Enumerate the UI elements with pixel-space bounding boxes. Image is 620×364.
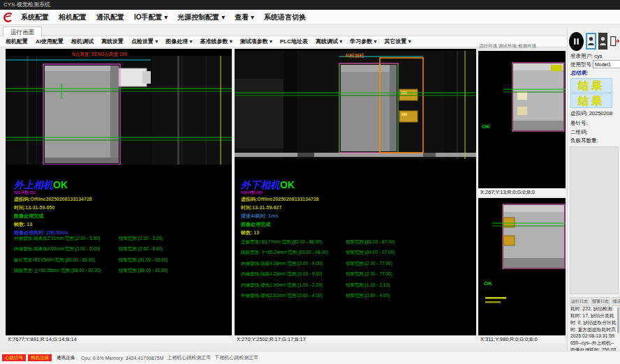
toolbar-button[interactable]: 学习参数 ▾ (350, 38, 376, 45)
camera-view-bottom-right[interactable]: OK X:311;Y:980;R:0;G:0;B:0 (478, 198, 566, 343)
menu-item[interactable]: 相机配置 (59, 13, 87, 22)
status-chips: 心跳信号相机连接通讯连接 (2, 354, 78, 361)
measurement-row: 极片宽度=83.05mm 范围:(80.00 - 86.00) 报警范围:(81… (14, 257, 229, 268)
measurement-alarm-range: 报警范围:(0.00 - 8.00) (119, 246, 163, 252)
logout-button[interactable] (610, 33, 619, 50)
measurement-alarm-range: 报警范围:(83.00 - 87.00) (346, 239, 394, 245)
menu-item[interactable]: IO手配置 ▾ (134, 13, 168, 22)
engineer-mode-button[interactable] (598, 33, 607, 50)
toolbar-button[interactable]: 测试项参数 ▾ (240, 38, 272, 45)
camera-middle-status: 图像处理完成 (241, 221, 270, 228)
pause-icon (572, 37, 581, 46)
model-input[interactable] (593, 60, 620, 68)
user-gear-icon (599, 36, 607, 46)
measurement-value: 内侧壁线-壁线1.90mm 范围:(1.00 - 2.20) (241, 282, 323, 289)
tab-run-screen[interactable]: 运行画面 (3, 26, 42, 37)
virtual-code-value: 20250208 (589, 110, 612, 116)
menu-item[interactable]: 系统语言切换 (264, 13, 306, 22)
title-bar: CYS-视觉检测系统 (0, 0, 620, 10)
toolbar-items: 相机配置AI使用配置相机调试离线设置点检设置 ▾图像处理 ▾基准线参数 ▾测试项… (6, 38, 411, 45)
measurement-row: 内侧壁线-隔离线4.60mm 范围:(3.00 - 6.00) 报警范围:(0.… (14, 246, 229, 257)
menu-item[interactable]: 查看 ▾ (235, 13, 254, 22)
result-box-1: 结果 (570, 78, 612, 93)
camera-view-top-right[interactable]: OK X:267;Y:13;R:0;G:0;B:0 (478, 51, 566, 196)
camera-bottom-right-ok: OK (484, 280, 492, 287)
camera-left-time: 时间:13-31-59-650 (14, 204, 54, 211)
camera-left-status: 图像处理完成 (14, 213, 43, 220)
model-label: 使用型号: (570, 61, 593, 68)
toolbar-button[interactable]: 相机调试 (71, 38, 94, 45)
menu-items: 系统配置相机配置通讯配置IO手配置 ▾光源控制配置 ▾查看 ▾系统语言切换 (21, 13, 306, 22)
measurement-alarm-range: 报警范围:(0.60 - 4.00) (346, 293, 390, 299)
app-logo-icon (3, 12, 14, 23)
measurement-row: 内侧壁线-隔膜4.28mm 范围:(0.00 - 9.00) 报警范围:(2.0… (241, 271, 471, 282)
measurement-row: 外侧壁线-壁线2.61mm 范围:(0.60 - 4.00) 报警范围:(0.6… (241, 293, 471, 303)
camera-image-left[interactable]: N点灰度: 93.NG点灰度:100. (6, 56, 232, 165)
camera-image-middle[interactable]: AI检测框 (235, 51, 476, 159)
ai-box-label: AI检测框 (345, 52, 364, 59)
measurement-alarm-range: 报警范围:(1.10 - 2.10) (346, 282, 390, 289)
camera-left-frame: 帧数: 13 (14, 221, 32, 228)
measurement-value: 内侧壁线-隔膜4.38mm 范围:(0.00 - 9.00) (241, 261, 323, 267)
toolbar-button[interactable]: 离线调试 ▾ (316, 38, 342, 45)
menu-item[interactable]: 系统配置 (21, 13, 49, 22)
measurement-row: 隔膜宽度-上=90.56mm 范围:(88.00 - 92.00) 报警范围:(… (14, 268, 229, 278)
log-scrollbar[interactable] (617, 307, 619, 333)
toolbar-button[interactable]: 基准线参数 ▾ (200, 38, 232, 45)
exit-door-icon (610, 36, 619, 47)
ng-overlay-text: N点灰度: 93.NG点灰度:100. (72, 52, 128, 58)
measurement-alarm-range: 报警范围:(89.00 - 91.00) (119, 268, 168, 274)
camera-middle-measurements: 正极宽度=83.77mm 范围:(82.00 - 88.00) 报警范围:(83… (241, 239, 471, 303)
measurement-value: 外侧壁线-壁线2.61mm 范围:(0.60 - 4.00) (241, 293, 323, 299)
menu-item[interactable]: 光源控制配置 ▾ (177, 13, 225, 22)
toolbar-button[interactable]: AI使用配置 (36, 38, 64, 45)
measurement-value: 内侧壁线-隔离线4.60mm 范围:(3.00 - 6.00) (14, 246, 100, 252)
toolbar-button[interactable]: 其它设置 ▾ (385, 38, 411, 45)
measurement-row: 内侧壁线-隔膜4.38mm 范围:(0.00 - 9.00) 报警范围:(2.0… (241, 261, 471, 271)
measurement-row: 外侧壁线-隔离线2.91mm 范围:(2.00 - 3.50) 报警范围:(2.… (14, 236, 229, 246)
user-icon (587, 36, 595, 46)
virtual-code-label: 虚拟码: (570, 110, 588, 116)
measurement-row: 内侧壁线-壁线1.90mm 范围:(1.00 - 2.20) 报警范围:(1.1… (241, 282, 471, 293)
measurement-alarm-range: 报警范围:(2.00 - 77.00) (346, 271, 392, 278)
operator-mode-button[interactable] (586, 33, 596, 50)
lower-camera-heartbeat: 下相机心跳检测正常 (214, 354, 258, 361)
toolbar-button[interactable]: 图像处理 ▾ (165, 38, 192, 45)
camera-middle-barcode: 虚拟码:Offline20250208133134728 (241, 196, 319, 203)
pixel-coords-top-right: X:267;Y:13;R:0;G:0;B:0 (478, 188, 566, 196)
pixel-coords-bottom-right: X:311;Y:980;R:0;G:0;B:0 (478, 335, 566, 343)
camera-middle-frame: 帧数: 13 (241, 229, 259, 236)
status-chip: 通讯连接 (54, 354, 78, 361)
login-user-value: cys (594, 53, 602, 59)
measurement-row: 正极宽度=83.77mm 范围:(82.00 - 88.00) 报警范围:(83… (241, 239, 471, 250)
toolbar-button[interactable]: PLC地址表 (280, 38, 308, 45)
toolbar-button[interactable]: 相机配置 (6, 38, 28, 45)
upper-camera-heartbeat: 上相机心跳检测正常 (167, 354, 211, 361)
measurement-alarm-range: 报警范围:(2.00 - 77.00) (346, 261, 392, 267)
measurement-value: 外侧壁线-隔离线2.91mm 范围:(2.00 - 3.50) (14, 236, 100, 242)
camera-view-middle[interactable]: AI检测框 外下相机OK NG计数:0|0 虚拟码:Offline2025020… (235, 49, 476, 343)
camera-middle-time: 时间:13-31-59-627 (241, 204, 281, 211)
control-sidebar: 登录用户: cys 使用型号: 总结果: 结果 结果 虚拟码: 20250208… (567, 28, 620, 351)
cpu-memory-status: Cpu: 0.0% Memory: 3424.41796875M (81, 356, 163, 361)
pixel-coords-middle: X:270;Y:2502;R:17;G:17;B:17 (235, 335, 476, 343)
result-list-box[interactable] (570, 146, 619, 294)
negative-tab-count-label: 负极耳数量: (570, 137, 619, 144)
toolbar-button[interactable]: 离线设置 (101, 38, 124, 45)
menu-bar: 系统配置相机配置通讯配置IO手配置 ▾光源控制配置 ▾查看 ▾系统语言切换 (0, 10, 620, 25)
camera-view-left[interactable]: N点灰度: 93.NG点灰度:100. 外上相机OK NG计数:0|1 虚拟码:… (6, 49, 232, 343)
camera-top-right-ok: OK (482, 123, 490, 130)
menu-item[interactable]: 通讯配置 (96, 13, 124, 22)
total-result-label: 总结果: (570, 70, 619, 77)
qr-code-label: 二维码: (570, 129, 619, 136)
status-chip: 心跳信号 (2, 354, 26, 361)
needle-number-label: 卷针号: (570, 120, 619, 127)
window-title: CYS-视觉检测系统 (3, 1, 50, 8)
toolbar-button[interactable]: 点检设置 ▾ (131, 38, 158, 45)
measurement-value: 内侧壁线-隔膜4.28mm 范围:(0.00 - 9.00) (241, 271, 323, 278)
measurement-value: 极片宽度=83.05mm 范围:(80.00 - 86.00) (14, 257, 95, 264)
status-chip: 相机连接 (28, 354, 52, 361)
camera-left-ng-count: NG计数:0|1 (14, 190, 36, 196)
pause-button[interactable] (569, 32, 584, 51)
camera-left-measurements: 外侧壁线-隔离线2.91mm 范围:(2.00 - 3.50) 报警范围:(2.… (14, 236, 229, 279)
